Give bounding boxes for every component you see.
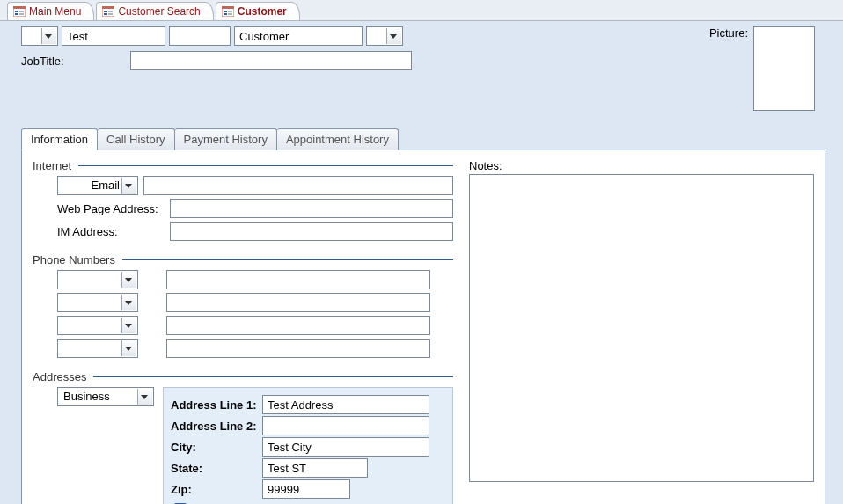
phone-number-field[interactable] bbox=[166, 316, 430, 335]
phone-number-field[interactable] bbox=[166, 339, 430, 358]
addr-line1-field[interactable] bbox=[262, 395, 429, 414]
svg-rect-14 bbox=[224, 11, 227, 12]
addr-line2-label: Address Line 2: bbox=[171, 420, 259, 433]
tab-customer[interactable]: Customer bbox=[216, 2, 300, 20]
internet-legend: Internet bbox=[33, 159, 453, 172]
prefix-dropdown[interactable] bbox=[21, 26, 58, 46]
phone-row-3 bbox=[57, 316, 453, 335]
svg-rect-13 bbox=[222, 6, 234, 9]
addresses-legend: Addresses bbox=[33, 370, 453, 383]
svg-rect-2 bbox=[15, 11, 18, 12]
svg-rect-16 bbox=[228, 11, 232, 12]
tab-label: Customer Search bbox=[118, 5, 200, 18]
first-name-field[interactable] bbox=[62, 26, 165, 46]
svg-rect-8 bbox=[104, 11, 107, 12]
phone-row-2 bbox=[57, 293, 453, 312]
job-title-field[interactable] bbox=[130, 51, 412, 70]
notes-label: Notes: bbox=[469, 159, 814, 172]
picture-box[interactable] bbox=[753, 26, 815, 111]
tab-label: Main Menu bbox=[29, 5, 81, 18]
suffix-dropdown[interactable] bbox=[366, 26, 403, 46]
last-name-field[interactable] bbox=[234, 26, 363, 46]
svg-rect-17 bbox=[228, 13, 232, 15]
addr-state-label: State: bbox=[171, 462, 259, 475]
phone-type-dropdown[interactable] bbox=[57, 293, 138, 312]
svg-rect-15 bbox=[224, 13, 227, 15]
addr-city-field[interactable] bbox=[262, 437, 429, 457]
svg-rect-11 bbox=[108, 13, 113, 15]
notes-field[interactable] bbox=[469, 174, 814, 482]
tab-call-history[interactable]: Call History bbox=[98, 128, 174, 150]
phone-number-field[interactable] bbox=[166, 293, 430, 312]
tab-customer-search[interactable]: Customer Search bbox=[96, 2, 213, 20]
form-icon bbox=[222, 6, 234, 17]
svg-rect-5 bbox=[19, 13, 24, 15]
address-type-dropdown[interactable]: Business bbox=[57, 387, 154, 406]
phone-row-1 bbox=[57, 270, 453, 289]
address-fields: Address Line 1: Address Line 2: City: bbox=[163, 387, 453, 504]
phone-row-4 bbox=[57, 339, 453, 358]
addr-zip-label: Zip: bbox=[171, 483, 259, 496]
tab-information[interactable]: Information bbox=[21, 128, 98, 150]
addr-zip-field[interactable] bbox=[262, 479, 350, 499]
phone-type-dropdown[interactable] bbox=[57, 339, 138, 358]
im-field[interactable] bbox=[170, 222, 453, 241]
phone-type-dropdown[interactable] bbox=[57, 316, 138, 335]
tab-main-menu[interactable]: Main Menu bbox=[7, 2, 94, 20]
tab-label: Customer bbox=[238, 5, 287, 18]
svg-rect-1 bbox=[13, 6, 26, 9]
web-label: Web Page Address: bbox=[33, 202, 165, 215]
addr-state-field[interactable] bbox=[262, 458, 368, 478]
tab-payment-history[interactable]: Payment History bbox=[175, 128, 277, 150]
web-field[interactable] bbox=[170, 199, 453, 218]
picture-label: Picture: bbox=[709, 26, 748, 40]
window-tabs: Main Menu Customer Search Customer bbox=[0, 0, 843, 21]
svg-rect-9 bbox=[104, 13, 107, 15]
phone-legend: Phone Numbers bbox=[33, 253, 453, 267]
form-icon bbox=[13, 6, 26, 17]
phone-number-field[interactable] bbox=[166, 270, 430, 289]
svg-rect-4 bbox=[19, 11, 24, 12]
phone-type-dropdown[interactable] bbox=[57, 270, 138, 289]
job-title-label: JobTitle: bbox=[21, 55, 125, 68]
addr-line2-field[interactable] bbox=[262, 416, 429, 435]
addr-line1-label: Address Line 1: bbox=[171, 398, 259, 412]
email-field[interactable] bbox=[143, 176, 453, 195]
tab-appointment-history[interactable]: Appointment History bbox=[277, 128, 399, 150]
svg-rect-3 bbox=[15, 13, 18, 15]
svg-rect-7 bbox=[102, 6, 114, 9]
middle-name-field[interactable] bbox=[169, 26, 231, 46]
form-icon bbox=[102, 6, 114, 17]
name-row bbox=[21, 26, 412, 46]
addr-city-label: City: bbox=[171, 441, 259, 454]
email-type-dropdown[interactable]: Email bbox=[57, 176, 138, 195]
svg-rect-10 bbox=[108, 11, 113, 12]
detail-tabs: Information Call History Payment History… bbox=[21, 128, 825, 150]
im-label: IM Address: bbox=[33, 225, 165, 238]
